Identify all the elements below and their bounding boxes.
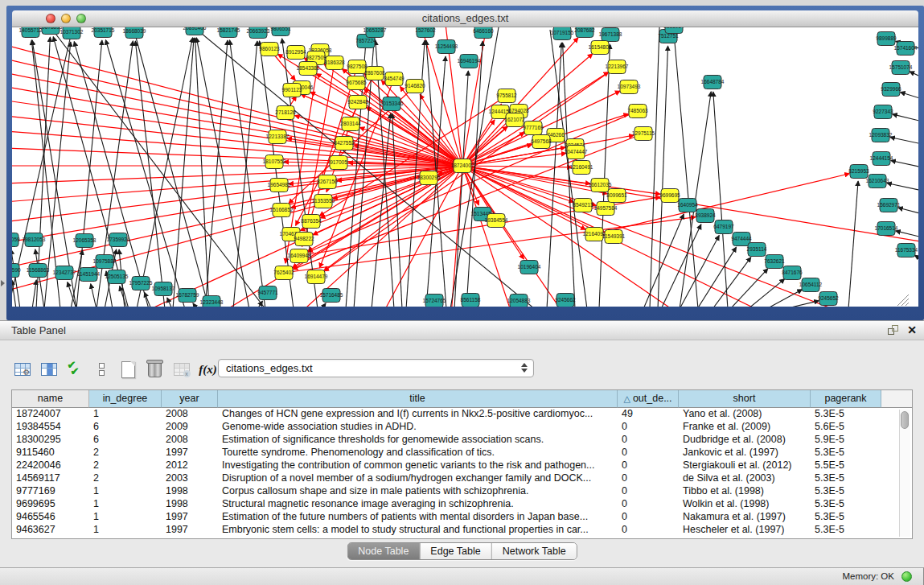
graph-node[interactable]: 2718126 — [275, 106, 296, 120]
graph-node[interactable]: 12323448 — [200, 296, 224, 307]
graph-node[interactable]: 9860123 — [259, 43, 280, 56]
graph-node[interactable]: 7625402 — [273, 266, 294, 280]
graph-node[interactable]: 12975115 — [632, 127, 655, 141]
graph-node[interactable]: 19678893 — [39, 27, 63, 35]
graph-node[interactable]: 9331590 — [12, 264, 21, 278]
graph-node[interactable]: 2867608 — [364, 67, 385, 80]
graph-node[interactable]: 917005 — [330, 156, 347, 170]
graph-node[interactable]: 20153346 — [380, 97, 404, 111]
graph-node[interactable]: 15166852 — [270, 204, 294, 217]
graph-node[interactable]: 17359924 — [107, 233, 130, 247]
graph-node[interactable]: 10973493 — [618, 80, 641, 94]
float-panel-icon[interactable] — [888, 325, 898, 336]
graph-node[interactable]: 8099651 — [606, 189, 627, 203]
graph-node[interactable]: 6466160 — [473, 27, 494, 39]
graph-node[interactable]: 14957584 — [594, 202, 618, 216]
column-header-in_degree[interactable]: in_degree — [89, 390, 162, 408]
graph-node[interactable]: 12065358 — [73, 234, 97, 248]
table-row[interactable]: 911546021997Tourette syndrome. Phenomeno… — [12, 447, 912, 459]
table-row[interactable]: 1872400712008Changes of HCN gene express… — [12, 408, 912, 421]
graph-node[interactable]: 8427552 — [334, 137, 355, 150]
graph-node[interactable]: 9245652 — [818, 292, 839, 306]
graph-node[interactable]: 9329966 — [881, 83, 901, 97]
graph-node[interactable]: 18724007 — [451, 159, 474, 173]
graph-node[interactable]: 1527602 — [415, 27, 436, 38]
graph-node[interactable]: 9699695 — [659, 189, 680, 203]
graph-node[interactable]: 18107552 — [263, 155, 286, 169]
new-table-icon[interactable] — [117, 359, 139, 381]
table-row[interactable]: 946554611997Estimation of the future num… — [12, 511, 912, 524]
graph-node[interactable]: 6479197 — [713, 220, 734, 234]
vertical-scrollbar[interactable] — [899, 410, 910, 537]
graph-node[interactable]: 2616059 — [12, 233, 20, 247]
column-header-title[interactable]: title — [218, 390, 618, 408]
graph-node[interactable]: 8267150 — [317, 175, 338, 189]
graph-node[interactable]: 16210643 — [866, 175, 889, 188]
minimize-window-button[interactable] — [61, 14, 71, 23]
table-row[interactable]: 1830029562008Estimation of significance … — [12, 434, 912, 447]
graph-node[interactable]: 10654112 — [799, 278, 823, 292]
deselect-all-icon[interactable] — [91, 359, 113, 381]
graph-node[interactable]: 8454749 — [384, 72, 405, 86]
graph-node[interactable]: 10975887 — [93, 255, 117, 269]
graph-node[interactable]: 9806551 — [270, 27, 291, 36]
table-row[interactable]: 1938455462009Genome-wide association stu… — [12, 421, 912, 434]
graph-node[interactable]: 8912954 — [285, 46, 306, 60]
column-header-name[interactable]: name — [12, 390, 89, 408]
graph-node[interactable]: 17016514 — [875, 222, 898, 236]
graph-node[interactable]: 10196404 — [518, 261, 541, 274]
graph-node[interactable]: 1621072 — [504, 113, 525, 127]
graph-node[interactable]: 9777169 — [523, 122, 544, 135]
graph-node[interactable]: 8876354 — [301, 215, 322, 229]
graph-node[interactable]: 8186328 — [324, 56, 345, 70]
graph-node[interactable]: 15692971 — [877, 199, 901, 212]
graph-node[interactable]: 12213967 — [606, 60, 629, 74]
memory-status-indicator[interactable] — [901, 571, 912, 582]
graph-node[interactable]: 11254498 — [435, 40, 458, 54]
graph-node[interactable]: 9242848 — [347, 96, 368, 109]
graph-node[interactable]: 8549213 — [573, 199, 593, 212]
graph-node[interactable]: 20663923 — [247, 27, 270, 39]
graph-node[interactable]: 15741604 — [894, 42, 918, 56]
graph-node[interactable]: 6497568 — [531, 135, 552, 149]
column-header-pagerank[interactable]: pagerank — [811, 390, 881, 408]
graph-node[interactable]: 10958137 — [152, 282, 175, 296]
graph-node[interactable]: 7632621 — [764, 255, 785, 269]
graph-node[interactable]: 15724765 — [423, 295, 446, 307]
graph-node[interactable]: 8813054 — [663, 27, 684, 34]
graph-node[interactable]: 16409948 — [288, 249, 311, 263]
graph-node[interactable]: 12213387 — [266, 130, 290, 144]
window-titlebar[interactable]: citations_edges.txt — [12, 10, 918, 27]
column-header-out_de[interactable]: △out_de... — [618, 390, 679, 408]
graph-node[interactable]: 7485063 — [627, 105, 648, 118]
scrollbar-thumb[interactable] — [901, 411, 909, 429]
graph-node[interactable]: 18300295 — [417, 171, 441, 185]
graph-node[interactable]: 10474447 — [565, 146, 588, 159]
network-graph-canvas[interactable]: 1405571219678893103713022035171518668039… — [12, 27, 918, 307]
graph-node[interactable]: 11568863 — [27, 264, 50, 278]
delete-trash-icon[interactable] — [144, 359, 166, 381]
graph-node[interactable]: 12342737 — [53, 266, 76, 280]
graph-node[interactable]: 10371302 — [60, 27, 84, 39]
column-chooser-icon[interactable] — [38, 359, 60, 381]
graph-node[interactable]: 15716485 — [320, 289, 343, 303]
table-row[interactable]: 946362711997Embryonic stem cells: a mode… — [12, 524, 912, 537]
graph-node[interactable]: 16946194 — [458, 55, 481, 68]
graph-node[interactable]: 11549391 — [602, 230, 626, 244]
graph-node[interactable]: 15751074 — [889, 61, 913, 75]
graph-node[interactable]: 9146820 — [405, 80, 425, 93]
column-header-short[interactable]: short — [679, 390, 811, 408]
close-window-button[interactable] — [46, 14, 55, 23]
graph-node[interactable]: 16782759 — [176, 289, 199, 303]
column-header-year[interactable]: year — [162, 390, 218, 408]
graph-node[interactable]: 16154808 — [589, 41, 612, 55]
graph-node[interactable]: 2935114 — [747, 243, 767, 257]
graph-node[interactable]: 10719155 — [551, 27, 574, 40]
graph-node[interactable]: 9899889 — [876, 32, 897, 46]
graph-node[interactable]: 10653287 — [363, 27, 387, 38]
table-select-dropdown[interactable]: citations_edges.txt — [218, 359, 534, 377]
graph-node[interactable]: 16648784 — [701, 76, 725, 89]
table-settings-icon[interactable]: ⚙ — [11, 359, 33, 381]
table-row[interactable]: 977716911998Corpus callosum shape and si… — [12, 485, 912, 498]
tab-network-table[interactable]: Network Table — [492, 543, 577, 559]
